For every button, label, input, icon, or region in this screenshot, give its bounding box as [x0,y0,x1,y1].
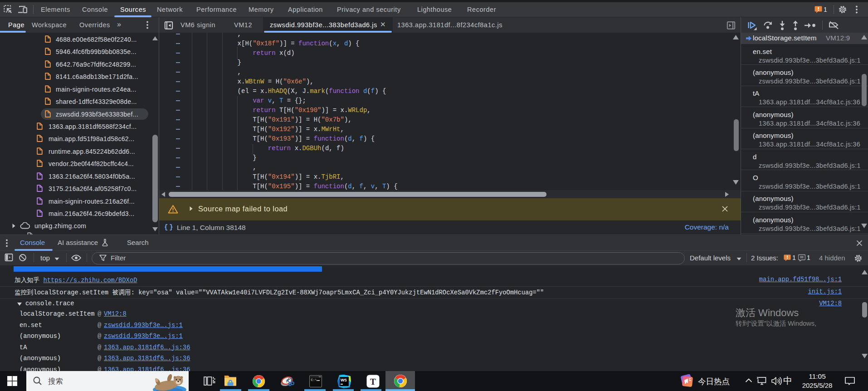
svg-text:WS: WS [341,378,347,382]
svg-text:T: T [370,377,376,386]
svg-text:C:\: C:\ [311,378,317,382]
